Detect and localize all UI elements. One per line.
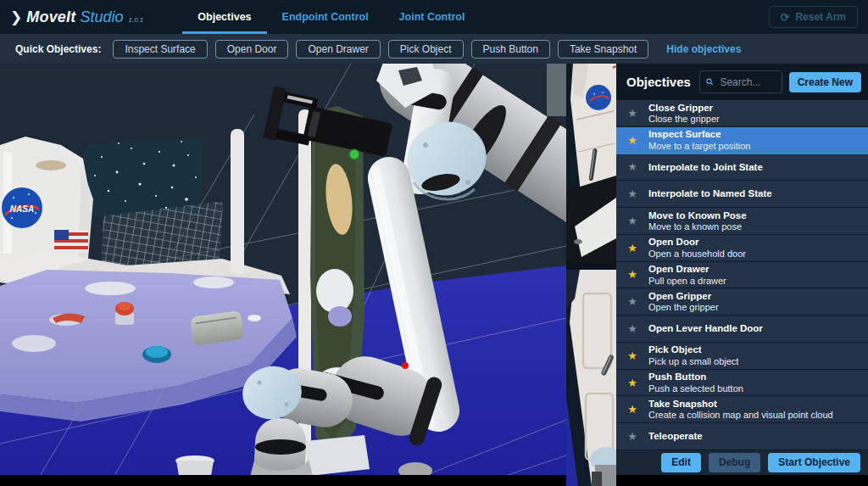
objective-title: Interpolate to Joint State	[648, 161, 763, 173]
objective-row[interactable]: ★Move to Known PoseMove to a known pose	[616, 208, 868, 235]
objective-row[interactable]: ★Open GripperOpen the gripper	[616, 288, 868, 316]
debug-button[interactable]: Debug	[709, 453, 760, 472]
objective-subtitle: Open the gripper	[648, 302, 719, 313]
objective-title: Close Gripper	[648, 102, 720, 114]
objective-text: Move to Known PoseMove to a known pose	[648, 209, 747, 233]
objective-text: Open Lever Handle Door	[648, 322, 763, 334]
start-objective-button[interactable]: Start Objective	[768, 453, 860, 472]
tab-objectives[interactable]: Objectives	[182, 0, 266, 34]
objective-row[interactable]: ★Open Lever Handle Door	[616, 316, 868, 343]
hide-objectives-link[interactable]: Hide objectives	[666, 43, 741, 55]
us-flag	[54, 230, 88, 253]
gripper-target-marker	[349, 149, 359, 159]
objective-title: Open Door	[648, 236, 746, 248]
star-icon[interactable]: ★	[616, 323, 648, 334]
top-bar: ❯ MoveIt Studio 1.0.1 Objectives Endpoin…	[0, 0, 868, 34]
app-logo: ❯ MoveIt Studio 1.0.1	[10, 0, 143, 34]
refresh-icon: ⟳	[781, 12, 790, 23]
objective-text: Open DrawerPull open a drawer	[648, 263, 726, 287]
quick-open-drawer-button[interactable]: Open Drawer	[296, 40, 380, 59]
objectives-panel: Objectives Create New ★Close GripperClos…	[616, 64, 868, 486]
objective-row[interactable]: ★Take SnapshotCreate a collision map and…	[616, 396, 868, 423]
edit-button[interactable]: Edit	[661, 453, 701, 472]
objective-title: Take Snapshot	[648, 398, 833, 410]
camera-feed-bottom	[566, 270, 616, 486]
svg-text:NASA: NASA	[10, 204, 34, 214]
objective-title: Inspect Surface	[648, 128, 750, 140]
quick-push-button-button[interactable]: Push Button	[471, 40, 550, 59]
star-icon[interactable]: ★	[616, 215, 648, 226]
objective-subtitle: Pick up a small object	[648, 356, 738, 367]
objectives-list: ★Close GripperClose the gripper★Inspect …	[616, 100, 868, 450]
star-icon[interactable]: ★	[616, 431, 648, 442]
star-icon[interactable]: ★	[616, 161, 648, 172]
star-icon[interactable]: ★	[616, 350, 648, 361]
objective-row[interactable]: ★Interpolate to Named State	[616, 181, 868, 208]
create-new-button[interactable]: Create New	[789, 72, 861, 92]
quick-inspect-surface-button[interactable]: Inspect Surface	[113, 40, 207, 59]
robot-scene: NASA	[0, 64, 566, 486]
star-icon[interactable]: ★	[616, 243, 648, 254]
objective-text: Open DoorOpen a household door	[648, 236, 746, 260]
viewport-bottom-bar	[0, 475, 566, 486]
reset-arm-button[interactable]: ⟳ Reset Arm	[769, 6, 858, 28]
star-icon[interactable]: ★	[616, 377, 648, 388]
quick-pick-object-button[interactable]: Pick Object	[388, 40, 464, 59]
reset-arm-label: Reset Arm	[795, 11, 846, 23]
panel-bottom-spacer	[616, 475, 868, 486]
objective-subtitle: Move to a known pose	[648, 221, 747, 232]
panel-title: Objectives	[626, 75, 691, 89]
objective-text: Inspect SurfaceMove to a target position	[648, 128, 750, 152]
objective-title: Push Button	[648, 371, 743, 383]
objectives-search[interactable]	[699, 70, 782, 93]
objective-row[interactable]: ★Open DrawerPull open a drawer	[616, 262, 868, 289]
objective-subtitle: Close the gripper	[648, 114, 720, 125]
objective-row[interactable]: ★Close GripperClose the gripper	[616, 100, 868, 127]
objective-row[interactable]: ★Interpolate to Joint State	[616, 154, 868, 182]
tab-endpoint-control[interactable]: Endpoint Control	[267, 0, 384, 34]
logo-chevron-icon: ❯	[10, 8, 22, 26]
quick-open-door-button[interactable]: Open Door	[215, 40, 289, 59]
nasa-emblem: NASA	[2, 187, 42, 228]
objective-title: Open Drawer	[648, 263, 726, 275]
objective-text: Take SnapshotCreate a collision map and …	[648, 398, 833, 422]
search-input[interactable]	[718, 75, 775, 89]
quick-take-snapshot-button[interactable]: Take Snapshot	[558, 40, 648, 59]
quick-objectives-label: Quick Objectives:	[15, 43, 101, 55]
objective-subtitle: Pull open a drawer	[648, 276, 726, 287]
objective-row[interactable]: ★Open DoorOpen a household door	[616, 235, 868, 262]
objective-text: Push ButtonPush a selected button	[648, 371, 743, 394]
star-icon[interactable]: ★	[616, 108, 648, 119]
objective-title: Teleoperate	[648, 430, 703, 442]
objective-text: Close GripperClose the gripper	[648, 102, 720, 126]
objective-row[interactable]: ★Push ButtonPush a selected button	[616, 370, 868, 397]
star-icon[interactable]: ★	[616, 296, 648, 307]
camera-feed-top	[566, 64, 616, 263]
star-icon[interactable]: ★	[616, 269, 648, 280]
objective-subtitle: Open a household door	[648, 249, 746, 260]
tab-joint-control[interactable]: Joint Control	[384, 0, 481, 34]
objective-title: Open Gripper	[648, 290, 719, 302]
objective-text: Interpolate to Named State	[648, 187, 772, 199]
robot-in-camera	[590, 447, 616, 486]
objective-title: Pick Object	[648, 344, 738, 355]
objective-text: Teleoperate	[648, 430, 703, 442]
red-button-object	[115, 302, 134, 325]
objective-text: Pick ObjectPick up a small object	[648, 344, 738, 367]
objectives-footer: Edit Debug Start Objective	[616, 450, 868, 475]
objective-row[interactable]: ★Inspect SurfaceMove to a target positio…	[616, 127, 868, 154]
star-icon[interactable]: ★	[616, 188, 648, 199]
objective-subtitle: Create a collision map and visual point …	[648, 410, 833, 421]
objective-subtitle: Move to a target position	[648, 141, 750, 152]
blue-button-object	[142, 346, 171, 363]
objective-title: Move to Known Pose	[648, 209, 747, 221]
3d-viewport[interactable]: NASA	[0, 64, 566, 486]
objective-row[interactable]: ★Pick ObjectPick up a small object	[616, 343, 868, 370]
point-cloud-gray-patch	[547, 64, 566, 116]
star-icon[interactable]: ★	[616, 135, 648, 146]
star-icon[interactable]: ★	[616, 404, 648, 415]
search-icon	[706, 77, 714, 87]
brand-name: MoveIt	[26, 8, 75, 26]
objective-row[interactable]: ★Teleoperate	[616, 423, 868, 450]
camera-feed-strip	[566, 64, 616, 486]
